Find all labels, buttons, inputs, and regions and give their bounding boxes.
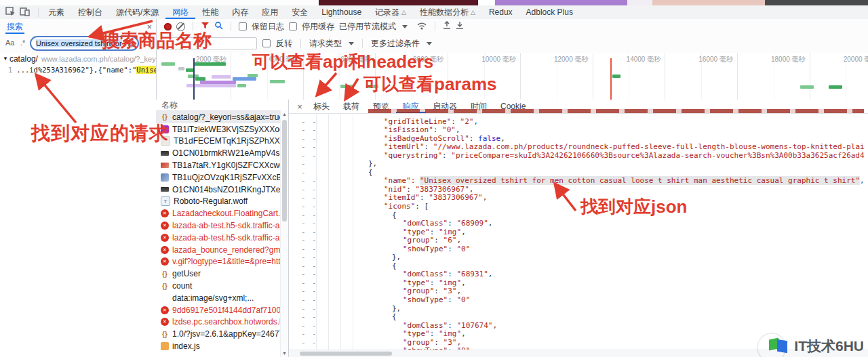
request-name: TB1a7taR.Y1gK0jSZFCXXcwqXXa-... bbox=[172, 161, 288, 170]
timeline-marker bbox=[193, 58, 195, 100]
devtools-tab-3[interactable]: 源代码/来源 bbox=[109, 5, 165, 19]
device-toolbar-icon[interactable] bbox=[20, 7, 30, 18]
match-case-toggle[interactable]: Aa bbox=[5, 39, 14, 47]
collapse-triangle-icon[interactable]: ▼ bbox=[3, 56, 8, 62]
scrollbar-thumb[interactable] bbox=[282, 120, 287, 222]
waterfall-bar bbox=[340, 85, 354, 88]
timeline-marker bbox=[610, 58, 612, 100]
more-filters-select[interactable]: 更多过滤条件 bbox=[371, 38, 420, 49]
waterfall-bar bbox=[212, 75, 231, 79]
devtools-tab-11[interactable]: 性能数据分析△ bbox=[413, 5, 482, 19]
list-scrollbar[interactable]: ▲ ▼ bbox=[280, 110, 288, 357]
search-icon[interactable] bbox=[214, 21, 223, 32]
search-result-line[interactable]: 1 ...id%253A316962"},{"name":"Unisex ove… bbox=[0, 64, 156, 75]
search-result-group[interactable]: ▼ catalog/ www.lazada.com.ph/catalog/?_k… bbox=[0, 53, 156, 64]
request-name: count bbox=[172, 281, 192, 291]
request-row[interactable]: ✕lazada-ab-test.h5-sdk.traffic-allo... bbox=[156, 219, 288, 232]
code-line: --"type": "img", bbox=[289, 228, 864, 237]
fold-marker: - bbox=[301, 203, 306, 211]
experiment-icon: △ bbox=[401, 9, 406, 16]
fold-marker: - bbox=[301, 219, 306, 228]
request-name: getUser bbox=[172, 269, 201, 278]
fold-marker: - bbox=[301, 126, 306, 135]
fold-marker: - bbox=[312, 236, 317, 245]
request-name: index.js bbox=[172, 341, 200, 351]
divider bbox=[38, 7, 39, 17]
request-details-pane: × 标头载荷预览响应启动器时间Cookie --"gridTitleLine":… bbox=[289, 100, 868, 357]
timeline-tick-label: 18000 毫秒 bbox=[758, 55, 806, 64]
request-row[interactable]: O1CN014bsNZO1tRKngJTXea_!!6... bbox=[156, 184, 288, 196]
request-row[interactable]: {}catalog/?_keyori=ss&ajax=true&... bbox=[156, 111, 288, 123]
inspect-element-icon[interactable] bbox=[5, 7, 16, 18]
scroll-down-icon[interactable]: ▼ bbox=[281, 351, 288, 356]
devtools-tab-9[interactable]: Lighthouse bbox=[315, 5, 368, 19]
request-row[interactable]: ✕lzdse.pc.searchbox.hotwords.log?... bbox=[156, 316, 288, 329]
page-strip-segment bbox=[765, 0, 868, 5]
request-row[interactable]: index.js bbox=[156, 340, 288, 352]
scroll-up-icon[interactable]: ▲ bbox=[281, 112, 288, 117]
devtools-tab-13[interactable]: Adblock Plus bbox=[519, 5, 580, 19]
export-har-icon[interactable] bbox=[456, 21, 464, 32]
waterfall-bar bbox=[161, 62, 175, 66]
disable-cache-checkbox[interactable] bbox=[289, 22, 297, 30]
experiment-icon: △ bbox=[471, 9, 475, 16]
code-text: "icons": [ bbox=[384, 203, 429, 211]
devtools-tab-8[interactable]: 安全 bbox=[285, 5, 315, 19]
request-row[interactable]: ✕lazada-ab-test.h5-sdk.traffic-allo... bbox=[156, 232, 288, 244]
code-line: --"domClass": "107674", bbox=[289, 322, 864, 331]
preserve-log-checkbox[interactable] bbox=[239, 22, 247, 30]
scrollbar-thumb[interactable] bbox=[300, 352, 392, 356]
request-row[interactable]: O1CN01brmkRW21eAmpV4slQ_!... bbox=[156, 147, 288, 159]
divider bbox=[231, 22, 231, 31]
request-row[interactable]: {}count bbox=[156, 280, 288, 292]
request-name: O1CN01brmkRW21eAmpV4slQ_!... bbox=[172, 148, 288, 158]
request-row[interactable]: ✕9dd6917e501f4144dd7af71009cc... bbox=[156, 304, 288, 316]
no-icon bbox=[161, 294, 169, 302]
invert-checkbox[interactable] bbox=[262, 39, 271, 47]
toolbar-icons bbox=[0, 7, 35, 18]
request-name: data:image/svg+xml;... bbox=[172, 293, 254, 303]
request-name: 9dd6917e501f4144dd7af71009cc... bbox=[172, 306, 288, 315]
code-text: { bbox=[392, 313, 397, 322]
request-name: lzdse.pc.searchbox.hotwords.log?... bbox=[172, 317, 288, 327]
invert-label: 反转 bbox=[276, 38, 292, 49]
timeline-gridline bbox=[520, 53, 521, 100]
request-row[interactable]: TB1iTziekWE3KVjSZSyXXXocXXa-... bbox=[156, 123, 288, 135]
timeline-gridline bbox=[231, 53, 231, 100]
devtools-tab-5[interactable]: 性能 bbox=[195, 5, 225, 19]
devtools-tab-7[interactable]: 应用 bbox=[255, 5, 285, 19]
code-line: --"group": "6", bbox=[289, 236, 864, 245]
devtools-tab-10[interactable]: 记录器△ bbox=[368, 5, 413, 19]
request-row[interactable]: ✕v.gif?logtype=1&title=&pre=htt... bbox=[156, 256, 288, 268]
page-strip-segment bbox=[627, 0, 652, 5]
request-list-header[interactable]: 名称 bbox=[156, 100, 288, 111]
devtools-tab-1[interactable]: 元素 bbox=[41, 5, 71, 19]
waterfall-bar bbox=[248, 74, 258, 77]
request-row[interactable]: data:image/svg+xml;... bbox=[156, 292, 288, 304]
request-row[interactable]: TB1a7taR.Y1gK0jSZFCXXcwqXXa-... bbox=[156, 159, 288, 171]
request-row[interactable]: ✕lazada_bounce_rendered?gmkey... bbox=[156, 244, 288, 256]
regex-toggle[interactable]: .* bbox=[20, 39, 25, 47]
request-row[interactable]: TRoboto-Regular.woff bbox=[156, 196, 288, 208]
code-text: "querystring": "priceCompare=skuId%3A242… bbox=[384, 152, 864, 161]
waterfall-bar bbox=[195, 62, 226, 66]
devtools-tab-6[interactable]: 内存 bbox=[225, 5, 255, 19]
error-icon: ✕ bbox=[161, 209, 169, 217]
devtools-tab-12[interactable]: Redux bbox=[482, 5, 519, 19]
throttling-select[interactable]: 已停用节流模式 bbox=[339, 21, 396, 33]
devtools-tab-4[interactable]: 网络 bbox=[165, 5, 195, 19]
request-row[interactable]: TB1dFECEMTqK1RjSZPhXXXfOFX... bbox=[156, 135, 288, 148]
response-body[interactable]: --"gridTitleLine": "2",--"isFission": "0… bbox=[289, 109, 864, 350]
request-row[interactable]: {}1.0/?jsv=2.6.1&appKey=2467747... bbox=[156, 328, 288, 340]
devtools-tab-2[interactable]: 控制台 bbox=[71, 5, 109, 19]
import-har-icon[interactable] bbox=[443, 21, 451, 32]
image-thumbnail-icon bbox=[161, 151, 169, 156]
chevron-down-icon bbox=[427, 42, 432, 45]
timeline-tick-label: 20000 毫秒 bbox=[830, 55, 868, 64]
request-row[interactable]: ✕Lazadacheckout.FloatingCart.Exe... bbox=[156, 207, 288, 219]
network-conditions-icon[interactable] bbox=[416, 21, 427, 32]
tab-search[interactable]: 搜索 bbox=[5, 19, 24, 34]
request-row[interactable]: {}getUser bbox=[156, 268, 288, 280]
request-types-select[interactable]: 请求类型 bbox=[309, 38, 342, 49]
request-row[interactable]: TB1uQjzOVzqK1RjSZFvXXcB7VXa... bbox=[156, 171, 288, 184]
